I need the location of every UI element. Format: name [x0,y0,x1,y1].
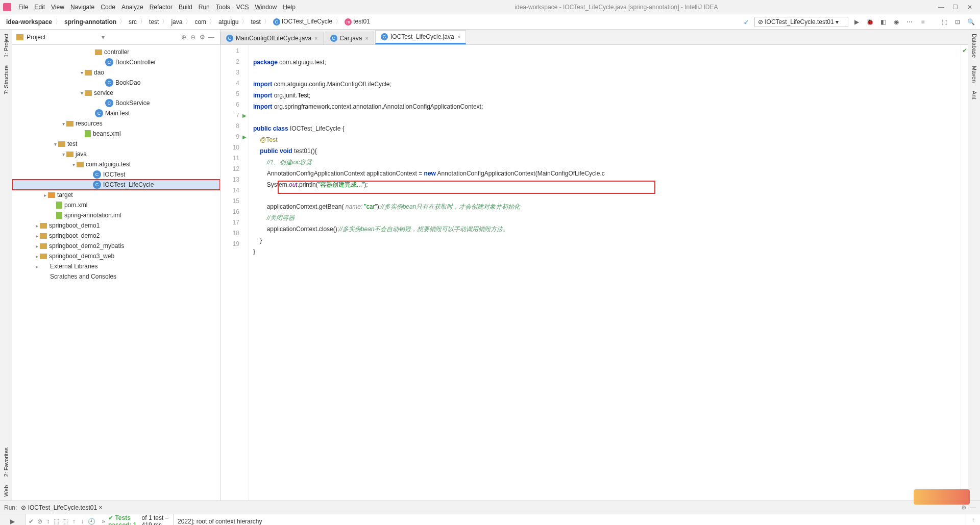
debug-button[interactable]: 🐞 [865,17,875,27]
editor-tab[interactable]: CCar.java× [325,32,374,44]
toolwindow-favorites[interactable]: 2: Favorites [2,443,10,481]
history-icon[interactable]: 🕘 [88,518,95,525]
collapse-all-icon[interactable]: ⊕ [179,34,188,41]
toolwindow-database[interactable]: Database [970,30,978,62]
search-button[interactable]: ⊡ [952,17,963,27]
expand-icon[interactable]: ⬚ [54,518,59,525]
tree-node[interactable]: ▾resources [12,118,220,129]
bc-atguigu[interactable]: atguigu [216,18,240,26]
toolwindow-maven[interactable]: Maven [970,62,978,87]
tree-node[interactable]: spring-annotation.iml [12,210,220,220]
prev-icon[interactable]: ↑ [71,518,76,525]
tree-node[interactable]: controller [12,47,220,57]
maximize-button[interactable]: ☐ [948,4,963,11]
tree-node[interactable]: pom.xml [12,200,220,210]
menu-edit[interactable]: Edit [31,3,48,12]
run-button[interactable]: ▶ [851,17,862,27]
attach-button[interactable]: ⋯ [904,17,915,27]
tree-node[interactable]: ▸springboot_demo2_mybatis [12,241,220,251]
up-icon[interactable]: ↑ [972,516,975,523]
next-icon[interactable]: ↓ [80,518,85,525]
bc-test[interactable]: test [147,18,161,26]
profile-button[interactable]: ◉ [891,17,901,27]
menu-tools[interactable]: Tools [213,3,233,12]
select-opened-icon[interactable]: ⊖ [188,34,198,41]
tree-node[interactable]: beans.xml [12,129,220,139]
toolwindow-project[interactable]: 1: Project [2,30,10,61]
back-nav-icon[interactable]: ↙ [741,17,751,27]
menu-window[interactable]: Window [252,3,280,12]
settings-icon[interactable]: ⚙ [198,34,207,41]
menu-build[interactable]: Build [176,3,195,12]
run-tab[interactable]: ⊘ IOCTest_LifeCycle.test01 × [21,504,102,511]
project-panel: Project ▾ ⊕ ⊖ ⚙ — controllerCBookControl… [12,30,220,501]
inspection-ok-icon: ✔ [961,47,968,54]
bc-method[interactable]: mtest01 [342,18,372,26]
toolwindow-ant[interactable]: Ant [970,87,978,104]
editor-panel: CMainConfigOfLifeCycle.java×CCar.java×CI… [220,30,968,501]
project-tree[interactable]: controllerCBookController▾daoCBookDao▾se… [12,45,220,501]
code-editor[interactable]: package com.atguigu.test; import com.atg… [249,45,961,501]
bc-test2[interactable]: test [249,18,262,26]
tree-node[interactable]: ▸External Libraries [12,261,220,271]
tree-node[interactable]: ▸springboot_demo2 [12,231,220,241]
error-stripe[interactable]: ✔ [961,45,968,501]
tree-node[interactable]: CIOCTest [12,169,220,180]
tree-node[interactable]: CBookService [12,98,220,108]
menu-analyze[interactable]: Analyze [118,3,146,12]
show-ignored-icon[interactable]: ⊘ [37,518,42,525]
editor-tab[interactable]: CMainConfigOfLifeCycle.java× [220,32,324,44]
bc-workspace[interactable]: idea-workspace [4,18,54,26]
tree-node[interactable]: ▾test [12,139,220,149]
update-button[interactable]: ⬚ [939,17,949,27]
bc-class[interactable]: CIOCTest_LifeCycle [271,18,334,26]
menu-vcs[interactable]: VCS [233,3,252,12]
tree-node[interactable]: ▸springboot_demo1 [12,220,220,231]
collapse-icon[interactable]: ⬚ [62,518,68,525]
bc-com[interactable]: com [192,18,208,26]
stop-button[interactable]: ■ [918,17,928,27]
tree-node[interactable]: CMainTest [12,108,220,118]
menu-refactor[interactable]: Refactor [146,3,176,12]
menu-help[interactable]: Help [280,3,299,12]
tree-node[interactable]: CBookController [12,57,220,67]
tree-node[interactable]: ▸target [12,190,220,200]
close-button[interactable]: ✕ [963,4,977,11]
tree-node[interactable]: ▾java [12,149,220,159]
bc-module[interactable]: spring-annotation [62,18,118,26]
menu-view[interactable]: View [48,3,67,12]
toolwindow-structure[interactable]: 7: Structure [2,61,10,98]
minimize-button[interactable]: — [934,4,948,11]
console-output[interactable]: 2022]; root of context hierarchy容器创建完成..… [174,514,966,525]
toolwindow-web[interactable]: Web [2,481,10,501]
tree-node[interactable]: ▾dao [12,67,220,78]
menu-run[interactable]: Run [195,3,213,12]
menu-file[interactable]: File [15,3,31,12]
project-icon [16,34,23,40]
rerun-button[interactable]: ▶ [8,516,18,525]
bc-src[interactable]: src [127,18,139,26]
coverage-button[interactable]: ◧ [878,17,888,27]
tree-node[interactable]: ▾com.atguigu.test [12,159,220,169]
right-toolwindow-bar: Database Maven Ant [968,30,980,501]
run-settings-icon[interactable]: ⚙ [961,504,967,511]
menu-code[interactable]: Code [97,3,118,12]
hide-icon[interactable]: — [207,34,216,41]
search-everywhere-icon[interactable]: 🔍 [966,17,976,27]
tree-node[interactable]: CBookDao [12,78,220,88]
tree-node[interactable]: CIOCTest_LifeCycle [12,180,220,190]
tree-node[interactable]: ▸springboot_demo3_web [12,251,220,261]
run-config-selector[interactable]: ⊘ IOCTest_LifeCycle.test01 ▾ [754,17,848,27]
project-title[interactable]: Project [27,34,102,41]
menu-navigate[interactable]: Navigate [67,3,97,12]
bc-java[interactable]: java [169,18,184,26]
tree-node[interactable]: ▾service [12,88,220,98]
run-hide-icon[interactable]: — [970,504,976,511]
console-toolbar: ↑ ↓ ↩ ⤓ 🖨 🗑 [966,514,980,525]
gutter[interactable]: 1234567▶89▶10111213141516171819 [220,45,249,501]
sort-icon[interactable]: ↕ [45,518,51,525]
show-passed-icon[interactable]: ✔ [29,518,34,525]
tests-passed-label: ✔ Tests passed: 1 [108,514,139,526]
editor-tab[interactable]: CIOCTest_LifeCycle.java× [375,30,466,44]
tree-node[interactable]: Scratches and Consoles [12,271,220,282]
